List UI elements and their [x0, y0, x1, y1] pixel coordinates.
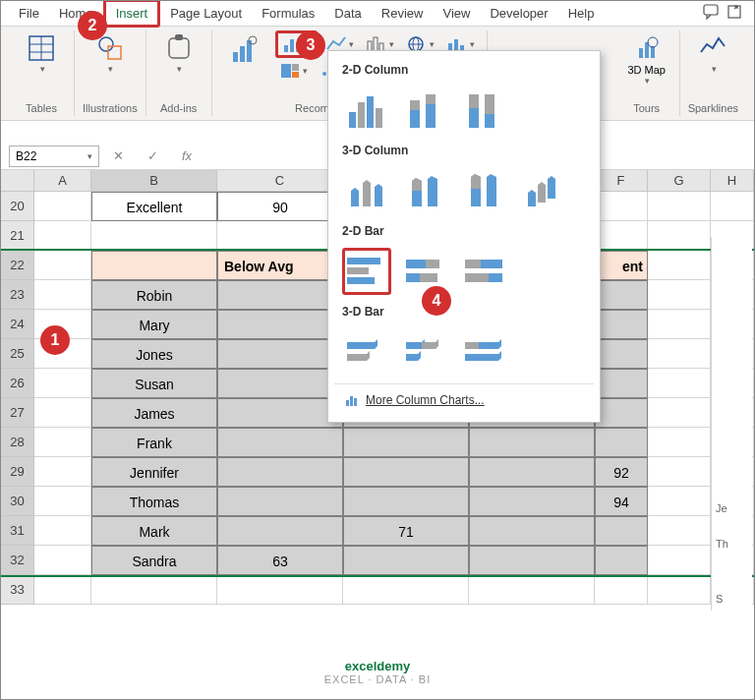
- cell[interactable]: [34, 575, 91, 605]
- cell[interactable]: [648, 457, 711, 487]
- cell[interactable]: [648, 428, 711, 457]
- hierarchy-chart-button[interactable]: ▾: [275, 60, 312, 82]
- col-header-G[interactable]: G: [648, 170, 711, 192]
- col-header-A[interactable]: A: [34, 170, 91, 192]
- cell[interactable]: 92: [595, 457, 648, 487]
- cell[interactable]: [343, 546, 469, 575]
- tab-developer[interactable]: Developer: [480, 2, 557, 25]
- row-header-27[interactable]: 27: [1, 398, 34, 428]
- cell[interactable]: [469, 516, 595, 546]
- name-box[interactable]: B22▾: [9, 146, 99, 167]
- sparklines-button[interactable]: ▾: [688, 30, 737, 78]
- cell[interactable]: [34, 516, 91, 546]
- stacked100-bar-2d[interactable]: [460, 248, 509, 295]
- cell[interactable]: [469, 546, 595, 575]
- row-header-32[interactable]: 32: [1, 546, 34, 575]
- cell[interactable]: [343, 428, 469, 457]
- cell[interactable]: [217, 457, 343, 487]
- row-header-22[interactable]: 22: [1, 251, 34, 280]
- more-column-charts[interactable]: More Column Charts...: [334, 383, 594, 416]
- cell[interactable]: [648, 221, 711, 251]
- row-header-23[interactable]: 23: [1, 280, 34, 310]
- cell[interactable]: Thomas: [91, 487, 217, 516]
- tab-insert[interactable]: Insert: [103, 0, 161, 28]
- cell[interactable]: [343, 575, 469, 605]
- cell[interactable]: [217, 575, 343, 605]
- cell[interactable]: [595, 221, 648, 251]
- cell[interactable]: [595, 310, 648, 339]
- cell[interactable]: [469, 457, 595, 487]
- cell[interactable]: [595, 428, 648, 457]
- cell[interactable]: [469, 575, 595, 605]
- stacked100-bar-3d[interactable]: [460, 328, 509, 376]
- stacked100-column-3d[interactable]: [460, 167, 509, 214]
- clustered-bar-2d[interactable]: [342, 248, 391, 295]
- cell[interactable]: [595, 398, 648, 428]
- cell[interactable]: ent: [595, 251, 648, 280]
- cell[interactable]: [217, 428, 343, 457]
- cell[interactable]: [711, 192, 754, 221]
- cell[interactable]: [648, 339, 711, 369]
- cell[interactable]: [648, 575, 711, 605]
- cell[interactable]: [217, 398, 343, 428]
- tab-help[interactable]: Help: [558, 2, 605, 25]
- row-header-30[interactable]: 30: [1, 487, 34, 516]
- column-3d[interactable]: [519, 167, 568, 214]
- row-header-21[interactable]: 21: [1, 221, 34, 251]
- cell[interactable]: Mary: [91, 310, 217, 339]
- row-header-33[interactable]: 33: [1, 575, 34, 605]
- cell[interactable]: [34, 192, 91, 221]
- cell[interactable]: Excellent: [91, 192, 217, 221]
- stacked-bar-3d[interactable]: [401, 328, 450, 376]
- tables-button[interactable]: ▾: [17, 30, 66, 78]
- cell[interactable]: Mark: [91, 516, 217, 546]
- cell[interactable]: [34, 369, 91, 398]
- cell[interactable]: [648, 487, 711, 516]
- cell[interactable]: [34, 487, 91, 516]
- cell[interactable]: [34, 398, 91, 428]
- addins-button[interactable]: ▾: [154, 30, 203, 78]
- row-header-20[interactable]: 20: [1, 192, 34, 221]
- cell[interactable]: Frank: [91, 428, 217, 457]
- col-header-B[interactable]: B: [91, 170, 217, 192]
- stacked100-column-2d[interactable]: [460, 87, 509, 134]
- cell[interactable]: Jones: [91, 339, 217, 369]
- cell[interactable]: 90: [217, 192, 343, 221]
- row-header-26[interactable]: 26: [1, 369, 34, 398]
- row-header-24[interactable]: 24: [1, 310, 34, 339]
- fx-icon[interactable]: fx: [176, 148, 198, 163]
- cell[interactable]: [648, 192, 711, 221]
- cell[interactable]: Below Avg: [217, 251, 343, 280]
- cell[interactable]: [648, 310, 711, 339]
- tab-page-layout[interactable]: Page Layout: [160, 2, 252, 25]
- col-header-C[interactable]: C: [217, 170, 343, 192]
- cell[interactable]: [595, 280, 648, 310]
- cell[interactable]: [595, 516, 648, 546]
- cell[interactable]: Robin: [91, 280, 217, 310]
- comments-icon[interactable]: [703, 4, 721, 24]
- tab-review[interactable]: Review: [372, 2, 434, 25]
- cell[interactable]: [648, 369, 711, 398]
- cell[interactable]: [469, 428, 595, 457]
- share-icon[interactable]: [726, 4, 744, 24]
- cell[interactable]: [469, 487, 595, 516]
- cell[interactable]: [34, 221, 91, 251]
- cell[interactable]: [217, 339, 343, 369]
- stacked-column-3d[interactable]: [401, 167, 450, 214]
- cell[interactable]: [648, 398, 711, 428]
- clustered-column-3d[interactable]: [342, 167, 391, 214]
- row-header-28[interactable]: 28: [1, 428, 34, 457]
- cell[interactable]: 63: [217, 546, 343, 575]
- tab-file[interactable]: File: [9, 2, 49, 25]
- cell[interactable]: Susan: [91, 369, 217, 398]
- 3d-map-button[interactable]: 3D Map▾: [622, 30, 671, 89]
- cell[interactable]: [343, 457, 469, 487]
- cell[interactable]: [91, 251, 217, 280]
- cell[interactable]: [217, 280, 343, 310]
- cancel-formula-icon[interactable]: ✕: [107, 148, 130, 163]
- cell[interactable]: [648, 280, 711, 310]
- cell[interactable]: [217, 369, 343, 398]
- row-header-25[interactable]: 25: [1, 339, 34, 369]
- col-header-F[interactable]: F: [595, 170, 648, 192]
- cell[interactable]: [91, 221, 217, 251]
